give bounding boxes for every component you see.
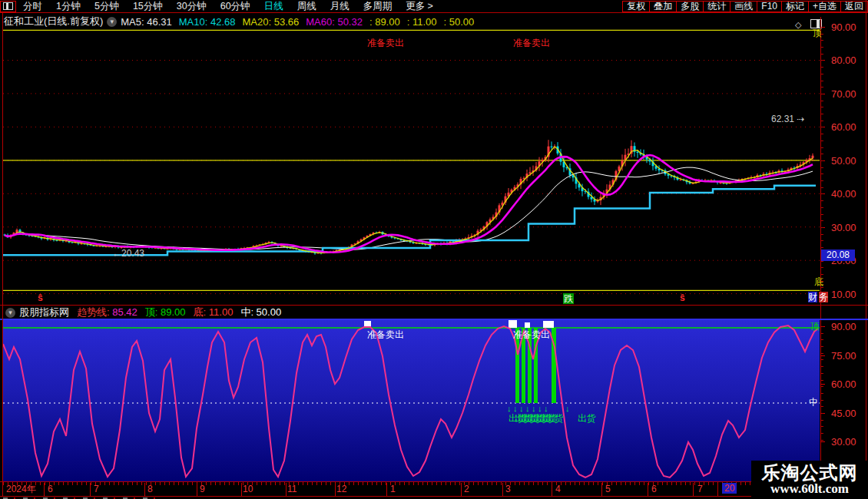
toolbar-button-复权[interactable]: 复权 [622, 1, 650, 12]
top-toolbar: 分时1分钟5分钟15分钟30分钟60分钟日线周线月线多周期更多 > 复权叠加多股… [0, 0, 868, 12]
oscillator-axis-label: 75.00 [831, 351, 856, 361]
period-tab-1分钟[interactable]: 1分钟 [49, 0, 88, 13]
price-axis-label: 80.00 [831, 55, 856, 65]
time-separator [286, 483, 287, 496]
price-axis-label: 70.00 [831, 89, 856, 99]
sell-arrow-icon: ↓ [519, 405, 524, 413]
ma-value: MA20: 53.66 [243, 16, 300, 28]
indicator-value: 趋势线: 85.42 [77, 306, 137, 318]
oscillator-axis-minor-ticks [821, 326, 823, 441]
toolbar-button-+自选[interactable]: +自选 [808, 1, 841, 12]
time-label-6: 6 [48, 484, 53, 494]
indicator-value: 顶: 89.00 [145, 306, 186, 318]
time-separator [601, 483, 602, 496]
price-axis-label: 50.00 [831, 156, 856, 166]
stock-name[interactable]: 征和工业(日线.前复权) [4, 15, 103, 28]
indicator-header: ▾ 股朋指标网 趋势线: 85.42顶: 89.00底: 11.00中: 50.… [2, 306, 289, 319]
oscillator-axis-label: 90.00 [831, 322, 856, 332]
ma-value: : 11.00 [407, 16, 437, 28]
toolbar-button-标记[interactable]: 标记 [781, 1, 809, 12]
prepare-sell-label-indicator: 准备卖出 [367, 330, 404, 339]
ma-trend-line [5, 155, 813, 253]
toolbar-button-返回[interactable]: 返回 [840, 1, 868, 12]
time-separator [241, 483, 242, 496]
fall-badge: 跌 [563, 293, 574, 304]
white-peak-block [543, 321, 554, 328]
time-axis-minor-ticks [3, 482, 817, 485]
period-tab-周线[interactable]: 周线 [290, 0, 323, 13]
ma-values: MA5: 46.31MA10: 42.68MA20: 53.66MA60: 50… [121, 16, 481, 28]
toolbar-button-统计[interactable]: 统计 [703, 1, 731, 12]
period-tab-分时[interactable]: 分时 [16, 0, 49, 13]
toolbar-button-F10[interactable]: F10 [757, 1, 782, 12]
sell-arrow-icon: ↓ [532, 405, 536, 413]
indicator-top-edge-label: 顶 [810, 322, 820, 331]
chart-title-bar: 征和工业(日线.前复权) ▾ MA5: 46.31MA10: 42.68MA20… [4, 15, 481, 28]
time-axis[interactable]: 2024年6789101112123456720 [0, 482, 868, 496]
diamond-icon[interactable]: ◇ [795, 18, 801, 30]
finance-badge: 财 [808, 292, 817, 302]
time-separator [90, 483, 91, 496]
time-label-2: 2 [464, 484, 469, 494]
support-step-line [3, 186, 816, 255]
time-label-6: 6 [651, 484, 657, 494]
time-label-3: 3 [505, 484, 511, 494]
target-price-label: 62.31 ⇢ [771, 114, 804, 124]
prepare-sell-label-indicator: 准备卖出 [513, 330, 550, 339]
time-separator [386, 483, 387, 496]
window-split-icon[interactable] [0, 1, 16, 12]
time-label-9: 9 [200, 484, 205, 494]
time-label-1: 1 [390, 484, 396, 494]
period-tab-日线[interactable]: 日线 [257, 0, 290, 13]
ma-value: : 89.00 [369, 16, 400, 28]
time-label-4: 4 [555, 484, 561, 494]
oscillator-axis-label: 45.00 [831, 408, 856, 418]
period-tab-60分钟[interactable]: 60分钟 [214, 0, 257, 13]
sell-signal-label: 出货 [545, 414, 564, 423]
indicator-value: 中: 50.00 [240, 306, 281, 318]
bottom-level-label: 底 [814, 277, 823, 286]
low-price-label: ←20.43 [112, 249, 144, 258]
period-tab-5分钟[interactable]: 5分钟 [88, 0, 126, 13]
time-separator [648, 483, 648, 496]
toolbar-button-画线[interactable]: 画线 [730, 1, 757, 12]
indicator-name[interactable]: 股朋指标网 [19, 306, 69, 319]
sell-arrow-icon: ↓ [565, 405, 570, 413]
prepare-sell-label: 准备卖出 [367, 38, 404, 48]
indicator-values: 趋势线: 85.42顶: 89.00底: 11.00中: 50.00 [77, 306, 289, 319]
period-tab-更多 >[interactable]: 更多 > [399, 0, 440, 13]
time-separator [44, 483, 45, 496]
price-axis-label: 30.00 [831, 223, 856, 233]
oscillator-axis-label: 30.00 [831, 437, 856, 447]
last-price-badge: 20.08 [821, 250, 855, 261]
period-tab-30分钟[interactable]: 30分钟 [170, 0, 214, 13]
time-label-20: 20 [722, 483, 737, 494]
white-peak-block [509, 320, 517, 328]
time-separator [144, 483, 145, 496]
indicator-mid-edge-label: 中 [809, 398, 818, 407]
period-tab-多周期[interactable]: 多周期 [356, 0, 399, 13]
oscillator-panel[interactable] [3, 320, 820, 481]
chevron-down-icon[interactable]: ▾ [5, 308, 15, 318]
price-axis-label: 60.00 [831, 122, 856, 132]
period-tab-15分钟[interactable]: 15分钟 [126, 0, 170, 13]
time-label-5: 5 [605, 484, 611, 494]
chevron-down-icon[interactable]: ▾ [107, 17, 117, 27]
oscillator-axis-label: 60.00 [831, 379, 856, 389]
period-tab-月线[interactable]: 月线 [323, 0, 356, 13]
price-axis-label: 10.00 [831, 289, 856, 299]
sell-arrow-icon: ↓ [538, 405, 542, 413]
toolbar-button-多股[interactable]: 多股 [676, 1, 704, 12]
time-separator [502, 483, 503, 496]
price-axis-label: 90.00 [831, 22, 856, 32]
oscillator-axis-tick [820, 441, 825, 442]
watermark-title: 乐淘公式网 [762, 463, 858, 482]
oscillator-background [3, 320, 820, 481]
sell-arrow-icon: ↓ [507, 405, 512, 413]
ma-value: : 50.00 [444, 16, 475, 28]
toolbar-button-叠加[interactable]: 叠加 [649, 1, 677, 12]
time-label-11: 11 [287, 484, 297, 494]
main-price-chart[interactable] [3, 29, 820, 305]
time-label-12: 12 [336, 484, 346, 494]
watermark-url: www.60lt.com [770, 482, 849, 497]
